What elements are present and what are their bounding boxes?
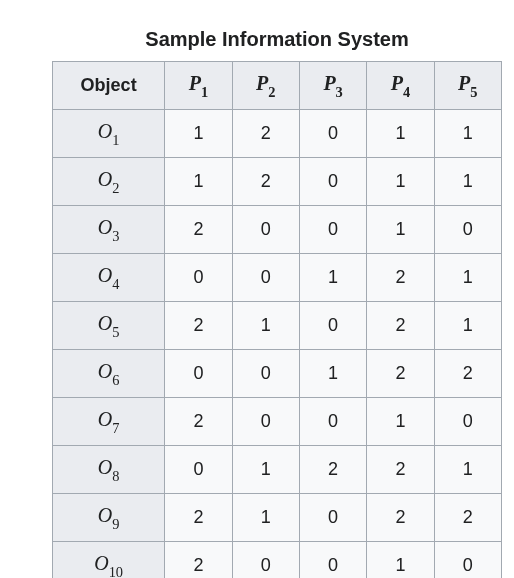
cell-value: 1 — [367, 158, 434, 206]
o-letter: O — [98, 168, 112, 190]
o-sub: 10 — [109, 564, 123, 578]
p-letter: P — [189, 72, 201, 94]
table-row: O720010 — [53, 398, 502, 446]
cell-value: 0 — [434, 542, 501, 579]
o-letter: O — [98, 264, 112, 286]
cell-value: 0 — [232, 350, 299, 398]
p-sub: 5 — [470, 84, 477, 100]
o-letter: O — [98, 120, 112, 142]
o-sub: 5 — [112, 324, 119, 340]
row-label: O9 — [53, 494, 165, 542]
cell-value: 0 — [299, 110, 366, 158]
cell-value: 0 — [232, 398, 299, 446]
cell-value: 2 — [232, 158, 299, 206]
table-row: O521021 — [53, 302, 502, 350]
cell-value: 1 — [299, 350, 366, 398]
cell-value: 1 — [299, 254, 366, 302]
cell-value: 2 — [165, 542, 232, 579]
p-letter: P — [256, 72, 268, 94]
cell-value: 2 — [165, 494, 232, 542]
cell-value: 1 — [165, 158, 232, 206]
cell-value: 0 — [299, 302, 366, 350]
cell-value: 0 — [165, 446, 232, 494]
o-letter: O — [98, 216, 112, 238]
cell-value: 2 — [367, 350, 434, 398]
o-letter: O — [98, 312, 112, 334]
cell-value: 0 — [299, 398, 366, 446]
p-sub: 2 — [268, 84, 275, 100]
o-letter: O — [98, 504, 112, 526]
cell-value: 0 — [299, 158, 366, 206]
row-label: O3 — [53, 206, 165, 254]
row-label: O5 — [53, 302, 165, 350]
cell-value: 0 — [165, 254, 232, 302]
p-letter: P — [323, 72, 335, 94]
row-label: O1 — [53, 110, 165, 158]
cell-value: 0 — [434, 206, 501, 254]
cell-value: 0 — [299, 542, 366, 579]
cell-value: 1 — [434, 110, 501, 158]
table-body: O112011O212011O320010O400121O521021O6001… — [53, 110, 502, 579]
cell-value: 2 — [367, 494, 434, 542]
info-system-table: Sample Information System Object P1 P2 P… — [52, 20, 502, 578]
o-sub: 8 — [112, 468, 119, 484]
o-letter: O — [94, 552, 108, 574]
cell-value: 0 — [299, 206, 366, 254]
row-label: O8 — [53, 446, 165, 494]
o-sub: 9 — [112, 516, 119, 532]
cell-value: 0 — [232, 542, 299, 579]
cell-value: 1 — [434, 158, 501, 206]
cell-value: 0 — [165, 350, 232, 398]
row-label: O10 — [53, 542, 165, 579]
cell-value: 2 — [434, 494, 501, 542]
cell-value: 2 — [299, 446, 366, 494]
o-sub: 2 — [112, 180, 119, 196]
o-sub: 4 — [112, 276, 119, 292]
cell-value: 1 — [232, 302, 299, 350]
table-row: O320010 — [53, 206, 502, 254]
o-sub: 1 — [112, 132, 119, 148]
cell-value: 2 — [165, 398, 232, 446]
table-row: O1020010 — [53, 542, 502, 579]
cell-value: 1 — [367, 398, 434, 446]
row-label: O7 — [53, 398, 165, 446]
table-row: O600122 — [53, 350, 502, 398]
header-row: Object P1 P2 P3 P4 P5 — [53, 62, 502, 110]
cell-value: 1 — [367, 206, 434, 254]
table-title: Sample Information System — [52, 20, 502, 61]
table-row: O400121 — [53, 254, 502, 302]
o-sub: 6 — [112, 372, 119, 388]
table-row: O921022 — [53, 494, 502, 542]
cell-value: 1 — [434, 254, 501, 302]
cell-value: 1 — [165, 110, 232, 158]
cell-value: 2 — [434, 350, 501, 398]
cell-value: 0 — [299, 494, 366, 542]
row-label: O2 — [53, 158, 165, 206]
cell-value: 0 — [434, 398, 501, 446]
o-letter: O — [98, 408, 112, 430]
table-row: O801221 — [53, 446, 502, 494]
cell-value: 1 — [232, 446, 299, 494]
row-label: O6 — [53, 350, 165, 398]
header-p1: P1 — [165, 62, 232, 110]
cell-value: 1 — [367, 110, 434, 158]
cell-value: 0 — [232, 206, 299, 254]
header-p4: P4 — [367, 62, 434, 110]
p-sub: 3 — [336, 84, 343, 100]
row-label: O4 — [53, 254, 165, 302]
cell-value: 2 — [165, 302, 232, 350]
header-object: Object — [53, 62, 165, 110]
cell-value: 2 — [367, 254, 434, 302]
cell-value: 2 — [367, 446, 434, 494]
o-sub: 7 — [112, 420, 119, 436]
p-letter: P — [458, 72, 470, 94]
p-sub: 1 — [201, 84, 208, 100]
header-p2: P2 — [232, 62, 299, 110]
p-letter: P — [391, 72, 403, 94]
cell-value: 1 — [434, 302, 501, 350]
header-p3: P3 — [299, 62, 366, 110]
o-letter: O — [98, 360, 112, 382]
cell-value: 2 — [232, 110, 299, 158]
table-row: O112011 — [53, 110, 502, 158]
o-sub: 3 — [112, 228, 119, 244]
